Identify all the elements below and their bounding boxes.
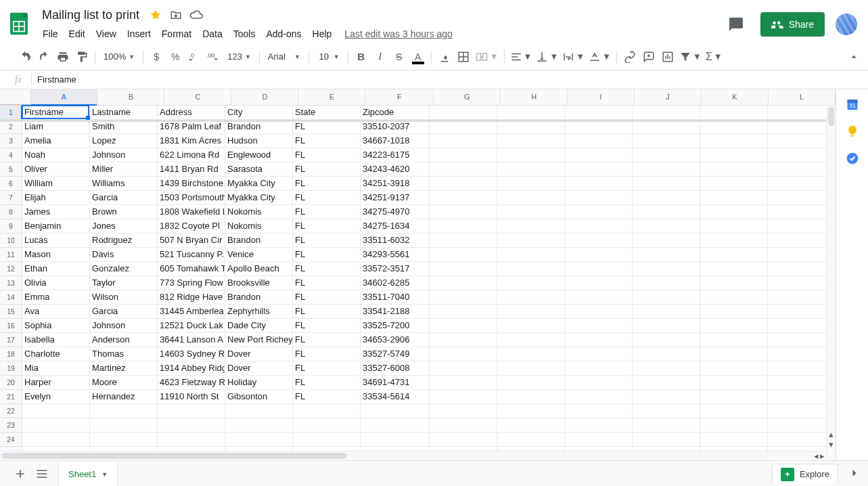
cell[interactable]: FL	[293, 276, 361, 290]
cell[interactable]: 33510-2037	[361, 120, 430, 134]
cell[interactable]: Wilson	[90, 290, 158, 305]
row-header-20[interactable]: 20	[0, 376, 22, 390]
col-header-K[interactable]: K	[702, 89, 769, 105]
cell[interactable]	[497, 333, 565, 347]
cell[interactable]	[430, 106, 497, 120]
cell[interactable]	[565, 219, 633, 234]
cell[interactable]	[565, 305, 633, 319]
cell[interactable]: FL	[293, 319, 361, 333]
cell[interactable]	[22, 433, 90, 447]
cell[interactable]	[768, 177, 836, 191]
cell[interactable]: FL	[293, 134, 361, 148]
sheet-tab-active[interactable]: Sheet1▼	[58, 462, 118, 487]
cell[interactable]: 507 N Bryan Cir	[158, 234, 225, 248]
cell[interactable]	[700, 248, 768, 262]
cell[interactable]	[361, 418, 430, 433]
cell[interactable]: Lastname	[90, 106, 158, 120]
row-header-2[interactable]: 2	[0, 120, 22, 134]
cell[interactable]: Holiday	[225, 376, 293, 390]
format-percent-button[interactable]: %	[166, 48, 184, 66]
cell[interactable]: 34653-2906	[361, 333, 430, 347]
cell[interactable]	[633, 248, 700, 262]
text-rotation-button[interactable]: ▼	[587, 48, 612, 66]
cell[interactable]	[158, 404, 225, 418]
cell[interactable]: 1503 Portsmouth	[158, 191, 225, 205]
cell[interactable]: 34293-5561	[361, 248, 430, 262]
cell[interactable]: Harper	[22, 376, 90, 390]
cell[interactable]: Dover	[225, 347, 293, 361]
cell[interactable]	[768, 433, 836, 447]
cell[interactable]: Hernandez	[90, 390, 158, 404]
cell[interactable]: 1914 Abbey Ridg	[158, 361, 225, 376]
cell[interactable]	[633, 361, 700, 376]
row-header-21[interactable]: 21	[0, 390, 22, 404]
cell[interactable]: Elijah	[22, 191, 90, 205]
cell[interactable]: Liam	[22, 120, 90, 134]
cell[interactable]	[497, 404, 565, 418]
cell[interactable]	[430, 333, 497, 347]
cell[interactable]	[768, 347, 836, 361]
cell[interactable]: 1678 Palm Leaf	[158, 120, 225, 134]
cell[interactable]	[768, 148, 836, 162]
cell[interactable]	[430, 376, 497, 390]
cell[interactable]: Apollo Beach	[225, 262, 293, 276]
cell[interactable]: Garcia	[90, 191, 158, 205]
row-header-7[interactable]: 7	[0, 191, 22, 205]
cell[interactable]: Garcia	[90, 305, 158, 319]
col-header-J[interactable]: J	[635, 89, 702, 105]
calendar-icon[interactable]: 31	[846, 97, 859, 111]
row-header-12[interactable]: 12	[0, 262, 22, 276]
cell[interactable]	[633, 148, 700, 162]
cell[interactable]: FL	[293, 290, 361, 305]
cell[interactable]: Smith	[90, 120, 158, 134]
cell[interactable]: 812 Ridge Have	[158, 290, 225, 305]
cell[interactable]	[565, 262, 633, 276]
cloud-status-icon[interactable]	[189, 8, 203, 22]
cell[interactable]: FL	[293, 305, 361, 319]
cell[interactable]	[430, 305, 497, 319]
cell[interactable]: Address	[158, 106, 225, 120]
cell[interactable]	[565, 205, 633, 219]
cell[interactable]	[497, 361, 565, 376]
cell[interactable]	[768, 219, 836, 234]
cell[interactable]	[700, 162, 768, 177]
cell[interactable]: FL	[293, 390, 361, 404]
cell[interactable]	[430, 248, 497, 262]
cell[interactable]	[700, 134, 768, 148]
horizontal-align-button[interactable]: ▼	[509, 48, 534, 66]
cell[interactable]	[768, 162, 836, 177]
vertical-scrollbar[interactable]: ▴▾	[826, 106, 836, 460]
cell[interactable]	[565, 177, 633, 191]
cell[interactable]	[430, 418, 497, 433]
print-button[interactable]	[54, 48, 72, 66]
cell[interactable]: 1411 Bryan Rd	[158, 162, 225, 177]
cell[interactable]: FL	[293, 148, 361, 162]
row-header-17[interactable]: 17	[0, 333, 22, 347]
cell[interactable]: Firstname	[22, 106, 90, 120]
tasks-icon[interactable]	[846, 152, 859, 165]
cell[interactable]: 622 Limona Rd	[158, 148, 225, 162]
increase-decimal-button[interactable]: .00	[204, 48, 222, 66]
cell[interactable]: Anderson	[90, 333, 158, 347]
functions-button[interactable]: Σ▼	[704, 48, 724, 66]
horizontal-scrollbar[interactable]	[0, 451, 352, 460]
row-header-19[interactable]: 19	[0, 361, 22, 376]
cell[interactable]: Brandon	[225, 120, 293, 134]
cell[interactable]: FL	[293, 205, 361, 219]
fill-color-button[interactable]	[436, 48, 453, 66]
cell[interactable]: Williams	[90, 177, 158, 191]
cell[interactable]: Venice	[225, 248, 293, 262]
cell[interactable]	[700, 219, 768, 234]
cell[interactable]	[768, 106, 836, 120]
col-header-A[interactable]: A	[31, 89, 98, 105]
cell[interactable]: Noah	[22, 148, 90, 162]
cell[interactable]	[700, 262, 768, 276]
cell[interactable]	[565, 290, 633, 305]
font-dropdown[interactable]: Arial▼	[264, 48, 304, 66]
cell[interactable]: 1832 Coyote Pl	[158, 219, 225, 234]
cell[interactable]: Johnson	[90, 319, 158, 333]
cell[interactable]: New Port Richey	[225, 333, 293, 347]
account-avatar[interactable]	[836, 14, 857, 35]
cell[interactable]	[768, 376, 836, 390]
cell[interactable]: Taylor	[90, 276, 158, 290]
